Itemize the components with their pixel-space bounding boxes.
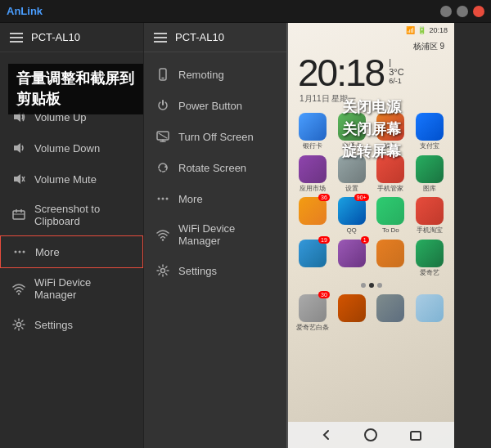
middle-hamburger-icon[interactable]	[154, 33, 167, 43]
power-icon	[155, 98, 170, 113]
middle-header: PCT-AL10	[144, 23, 286, 52]
phone-temp-high: 3°C	[389, 67, 403, 77]
app-icon[interactable]: To Do	[373, 197, 409, 235]
app-icon[interactable]	[373, 294, 409, 332]
wifi-device-manager-label: WiFi Device Manager	[34, 276, 132, 301]
right-annotation: 关闭电源 关闭屏幕 旋转屏幕	[342, 96, 401, 163]
phone-nav-bar	[288, 422, 454, 448]
svg-marker-2	[14, 174, 20, 184]
app-icon[interactable]: 手机淘宝	[412, 197, 448, 235]
nav-back-button[interactable]	[318, 427, 335, 443]
sidebar-item-settings[interactable]: Settings	[0, 309, 143, 340]
sidebar: PCT-AL10 音量调整和截屏到剪贴板 Volume Up	[0, 23, 143, 448]
screenshot-icon	[11, 208, 26, 222]
app-grid-row3: 36 90+ QQ To Do 手机淘宝	[288, 194, 454, 236]
nav-recents-button[interactable]	[408, 427, 424, 443]
phone-status-bar: 📶 🔋 20:18	[288, 23, 454, 38]
svg-point-23	[162, 239, 164, 240]
app-grid-row5: 30 爱奇艺白条	[288, 293, 454, 334]
wifi-icon	[11, 281, 26, 296]
app-icon[interactable]	[334, 294, 370, 332]
phone-clock-area: 杨浦区 9 20:18 | 3°C 6/-1 1月11日 星期一	[288, 38, 454, 105]
svg-point-9	[15, 251, 17, 253]
app-icon[interactable]: 90+ QQ	[334, 197, 370, 235]
svg-point-10	[19, 251, 21, 253]
middle-wifi-icon	[155, 227, 170, 242]
app-icon[interactable]: 应用市场	[295, 155, 331, 193]
phone-separator: |	[389, 57, 403, 67]
sidebar-header: PCT-AL10	[0, 23, 143, 52]
middle-more-icon	[155, 191, 170, 206]
sidebar-item-screenshot[interactable]: Screenshot to Clipboard	[0, 195, 143, 235]
svg-point-24	[161, 269, 165, 273]
svg-point-21	[162, 198, 164, 200]
minimize-button[interactable]	[440, 6, 452, 17]
settings-label: Settings	[34, 319, 73, 331]
app-icon[interactable]: 图库	[412, 155, 448, 193]
app-icon[interactable]: 30 爱奇艺白条	[295, 294, 331, 332]
middle-nav: Remoting Power Button	[144, 52, 286, 293]
sidebar-item-volume-mute[interactable]: Volume Mute	[0, 164, 143, 195]
settings-icon	[11, 317, 26, 332]
middle-phone-icon	[155, 67, 170, 82]
maximize-button[interactable]	[457, 6, 468, 17]
middle-item-screen-off[interactable]: Turn Off Screen	[144, 121, 286, 152]
right-annotation-line3: 旋转屏幕	[342, 141, 401, 163]
sidebar-item-wifi-device-manager[interactable]: WiFi Device Manager	[0, 268, 143, 309]
more-label: More	[35, 246, 60, 258]
rotate-icon	[155, 160, 170, 175]
app-icon[interactable]	[373, 240, 409, 277]
svg-point-22	[166, 198, 169, 200]
screen-off-icon	[155, 129, 170, 144]
volume-down-icon	[11, 141, 26, 155]
page-dots	[288, 278, 454, 293]
svg-point-20	[158, 198, 160, 200]
svg-rect-5	[13, 211, 25, 219]
app-icon[interactable]: 爱奇艺	[412, 240, 448, 277]
app-icon[interactable]	[412, 294, 448, 332]
middle-item-remoting[interactable]: Remoting	[144, 59, 286, 90]
svg-marker-1	[14, 143, 20, 153]
sidebar-item-more[interactable]: More	[0, 235, 143, 268]
app-icon[interactable]: 银行卡	[295, 113, 331, 150]
turn-off-screen-label: Turn Off Screen	[178, 131, 254, 143]
app-icon[interactable]: 19	[295, 240, 331, 277]
app-icon[interactable]: 1	[334, 240, 370, 277]
sidebar-device-name: PCT-AL10	[31, 31, 80, 43]
middle-settings-icon	[155, 263, 170, 278]
phone-container: 📶 🔋 20:18 杨浦区 9 20:18 | 3°C 6/-1 1月11日 星…	[286, 23, 454, 448]
right-annotation-line1: 关闭电源	[342, 96, 401, 119]
middle-item-power[interactable]: Power Button	[144, 90, 286, 121]
middle-item-wifi[interactable]: WiFi Device Manager	[144, 214, 286, 255]
title-bar: AnLink	[0, 0, 491, 23]
phone-status-time: 20:18	[429, 26, 448, 34]
middle-item-more[interactable]: More	[144, 183, 286, 214]
sidebar-item-volume-down[interactable]: Volume Down	[0, 132, 143, 164]
middle-item-settings[interactable]: Settings	[144, 255, 286, 286]
middle-more-label: More	[178, 193, 203, 205]
volume-down-label: Volume Down	[34, 142, 100, 155]
volume-mute-icon	[11, 172, 26, 186]
screenshot-label: Screenshot to Clipboard	[34, 203, 132, 227]
more-icon	[12, 244, 27, 259]
phone-temp-low: 6/-1	[389, 77, 403, 85]
power-button-label: Power Button	[178, 100, 242, 112]
rotate-screen-label: Rotate Screen	[178, 162, 246, 174]
hamburger-icon[interactable]	[10, 33, 23, 43]
middle-item-rotate[interactable]: Rotate Screen	[144, 152, 286, 183]
nav-home-button[interactable]	[363, 427, 379, 443]
phone-time: 20:18	[298, 54, 384, 92]
close-button[interactable]	[473, 6, 484, 17]
svg-rect-26	[411, 432, 421, 440]
app-logo: AnLink	[7, 5, 43, 17]
title-bar-controls	[440, 6, 484, 17]
phone-wallpaper: 📶 🔋 20:18 杨浦区 9 20:18 | 3°C 6/-1 1月11日 星…	[288, 23, 454, 448]
middle-device-name: PCT-AL10	[175, 31, 224, 43]
phone-location: 杨浦区 9	[298, 41, 444, 52]
app-icon[interactable]: 36	[295, 197, 331, 235]
left-annotation: 音量调整和截屏到剪贴板	[8, 64, 143, 114]
middle-wifi-label: WiFi Device Manager	[178, 222, 275, 247]
svg-line-19	[159, 133, 167, 138]
middle-remoting-label: Remoting	[178, 69, 224, 81]
app-icon[interactable]: 支付宝	[412, 113, 448, 150]
